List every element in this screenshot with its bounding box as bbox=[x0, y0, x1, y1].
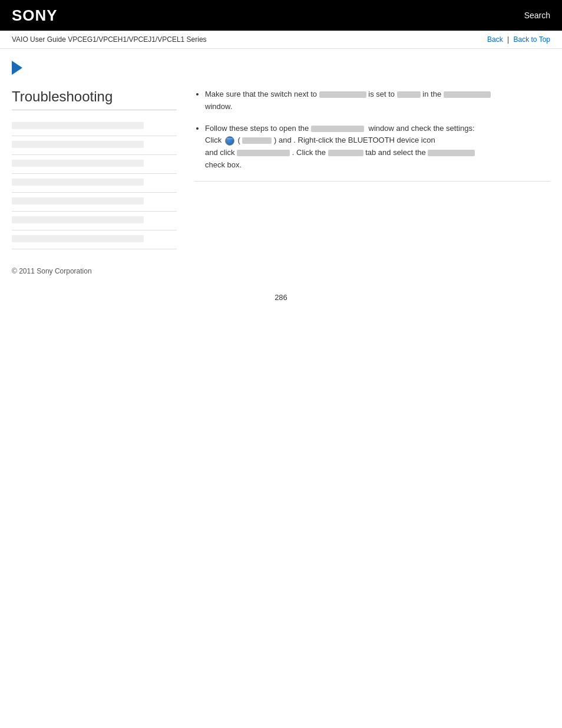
bullet1-text: Make sure that the switch next to is set… bbox=[205, 90, 491, 111]
blank-5 bbox=[242, 137, 272, 144]
breadcrumb-separator: | bbox=[507, 35, 511, 44]
arrow-section bbox=[0, 49, 562, 83]
sidebar-links bbox=[12, 117, 177, 249]
main-layout: Troubleshooting Make sure that the switc… bbox=[0, 83, 562, 249]
sidebar: Troubleshooting bbox=[12, 83, 189, 249]
content-divider bbox=[194, 181, 550, 182]
sidebar-link-2[interactable] bbox=[12, 141, 177, 150]
sidebar-link-7[interactable] bbox=[12, 235, 177, 244]
arrow-icon bbox=[12, 61, 22, 75]
list-item bbox=[12, 193, 177, 212]
sidebar-link-4[interactable] bbox=[12, 179, 177, 187]
sidebar-link-5[interactable] bbox=[12, 197, 177, 206]
list-item bbox=[12, 174, 177, 193]
back-link[interactable]: Back bbox=[487, 35, 503, 44]
sidebar-link-1[interactable] bbox=[12, 122, 177, 131]
list-item bbox=[12, 155, 177, 174]
blank-4 bbox=[311, 126, 364, 132]
page-number: 286 bbox=[0, 281, 562, 314]
back-to-top-link[interactable]: Back to Top bbox=[514, 35, 550, 44]
list-item-2: Follow these steps to open the window an… bbox=[205, 123, 550, 172]
blank-2 bbox=[397, 91, 421, 98]
sony-logo: SONY bbox=[12, 6, 58, 25]
breadcrumb-title: VAIO User Guide VPCEG1/VPCEH1/VPCEJ1/VPC… bbox=[12, 35, 207, 44]
header: SONY Search bbox=[0, 0, 562, 31]
blank-1 bbox=[319, 91, 366, 98]
list-item bbox=[12, 230, 177, 249]
content-area: Make sure that the switch next to is set… bbox=[189, 83, 550, 249]
list-item-1: Make sure that the switch next to is set… bbox=[205, 88, 550, 113]
footer: © 2011 Sony Corporation bbox=[0, 249, 562, 281]
sidebar-link-3[interactable] bbox=[12, 160, 177, 169]
blank-6 bbox=[237, 150, 290, 156]
blank-7 bbox=[328, 150, 363, 156]
blank-3 bbox=[444, 91, 491, 98]
breadcrumb-bar: VAIO User Guide VPCEG1/VPCEH1/VPCEJ1/VPC… bbox=[0, 31, 562, 49]
list-item bbox=[12, 117, 177, 136]
search-button[interactable]: Search bbox=[524, 11, 550, 20]
list-item bbox=[12, 136, 177, 155]
globe-icon bbox=[225, 136, 234, 146]
sidebar-title: Troubleshooting bbox=[12, 88, 177, 110]
breadcrumb-links: Back | Back to Top bbox=[487, 35, 550, 44]
bullet2-text: Follow these steps to open the window an… bbox=[205, 124, 475, 169]
blank-8 bbox=[428, 150, 475, 156]
content-list: Make sure that the switch next to is set… bbox=[194, 88, 550, 172]
sidebar-link-6[interactable] bbox=[12, 216, 177, 225]
copyright-text: © 2011 Sony Corporation bbox=[12, 267, 92, 275]
list-item bbox=[12, 212, 177, 230]
